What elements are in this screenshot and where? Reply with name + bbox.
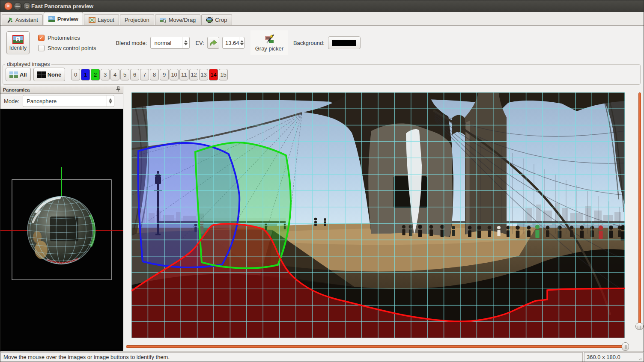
all-label: All [20,71,27,78]
identify-icon: 1 [12,35,24,44]
background-color-button[interactable] [328,36,361,49]
image-button-14[interactable]: 14 [209,69,218,80]
pitch-slider-handle[interactable] [635,323,644,330]
tab-projection[interactable]: Projection [120,14,154,25]
status-message: Move the mouse over the images or image … [1,352,583,362]
ev-spinner[interactable]: 13.64 [222,37,244,49]
tab-assistant[interactable]: Assistant [2,14,43,25]
image-button-15[interactable]: 15 [219,69,228,80]
image-button-13[interactable]: 13 [199,69,208,80]
show-control-points-checkbox-row[interactable]: ✓ Show control points [38,45,96,51]
identify-label: Identify [9,45,27,51]
photometrics-label: Photometrics [48,35,80,41]
show-all-button[interactable]: All [6,68,31,81]
show-control-points-checkbox[interactable]: ✓ [38,45,45,51]
blend-mode-label: Blend mode: [116,40,147,46]
toolbar: 1 Identify ✓ Photometrics ✓ Show control… [0,26,644,60]
yaw-slider[interactable] [126,342,633,351]
show-none-button[interactable]: None [33,68,66,81]
dropdown-arrows-icon [107,95,114,107]
photometrics-checkbox[interactable]: ✓ [38,35,45,41]
gray-picker-label: Gray picker [255,45,283,52]
tab-label: Layout [98,17,114,23]
crop-icon [206,17,213,23]
tab-preview[interactable]: GL Preview [44,12,83,25]
tab-label: Move/Drag [169,17,196,23]
tab-label: Assistant [15,17,38,23]
minimize-button[interactable]: — [14,2,22,10]
ev-reset-button[interactable] [207,37,219,49]
ev-value: 13.64 [223,40,239,46]
panosphere-panel: Panoramica Mode: Panosphere [0,86,123,351]
photometrics-checkbox-row[interactable]: ✓ Photometrics [38,35,96,41]
status-bar: Move the mouse over the images or image … [0,351,644,362]
panosphere-3d-view [0,109,123,350]
pitch-slider[interactable] [635,92,644,331]
displayed-images-section: displayed images All None 01234567891011… [0,60,644,86]
image-buttons: 0123456789101112131415 [71,69,228,80]
preview-panel [123,86,644,351]
window-title: Fast Panorama preview [31,3,93,9]
image-button-10[interactable]: 10 [170,69,179,80]
image-button-4[interactable]: 4 [110,69,119,80]
image-button-3[interactable]: 3 [101,69,110,80]
image-button-1[interactable]: 1 [81,69,90,80]
mode-label: Mode: [4,98,19,104]
image-button-2[interactable]: 2 [91,69,100,80]
background-color-swatch [332,40,356,46]
move-drag-icon [160,17,167,23]
gray-picker-icon [264,34,274,45]
image-button-5[interactable]: 5 [120,69,129,80]
tab-label: Projection [125,17,149,23]
app-window: ✕ — ▢ Fast Panorama preview Assistant GL… [0,0,644,362]
image-button-0[interactable]: 0 [71,69,80,80]
show-control-points-label: Show control points [48,45,96,51]
none-label: None [48,71,62,78]
bridge-column-right [465,93,507,234]
tab-crop[interactable]: Crop [201,14,232,25]
panorama-canvas[interactable] [131,92,625,338]
panosphere-viewport[interactable] [0,109,123,351]
tab-label: Preview [57,16,78,22]
tab-layout[interactable]: Layout [84,14,119,25]
image-button-6[interactable]: 6 [130,69,139,80]
image-button-12[interactable]: 12 [189,69,198,80]
all-images-icon [9,71,18,78]
pano-dimensions-value: 360.0 x 180.0 [587,354,620,360]
svg-text:GL: GL [49,17,53,19]
gray-picker-button[interactable]: Gray picker [250,30,288,55]
mode-select[interactable]: Panosphere [23,95,114,107]
yaw-slider-track[interactable] [126,345,629,348]
image-button-9[interactable]: 9 [160,69,169,80]
green-arrow-icon [209,39,218,46]
dropdown-arrows-icon [182,37,189,48]
pitch-slider-track[interactable] [638,92,641,326]
assistant-icon [6,17,13,23]
image-button-11[interactable]: 11 [179,69,188,80]
displayed-images-group: All None 0123456789101112131415 [3,64,641,85]
content: Panoramica Mode: Panosphere [0,86,644,351]
preview-icon: GL [48,16,55,22]
tab-bar: Assistant GL Preview Layout Projection M… [0,12,644,26]
titlebar: ✕ — ▢ Fast Panorama preview [0,0,644,12]
resize-grip[interactable] [638,356,642,361]
blend-mode-value: normal [151,40,182,46]
layout-icon [89,17,95,23]
none-images-icon [37,71,46,78]
yaw-slider-handle[interactable] [622,342,629,351]
mode-row: Mode: Panosphere [0,94,123,109]
close-button[interactable]: ✕ [4,2,12,10]
spinner-arrows-icon [239,37,244,48]
maximize-button[interactable]: ▢ [23,2,31,10]
ev-label: EV: [195,40,204,46]
image-button-8[interactable]: 8 [150,69,159,80]
blend-mode-select[interactable]: normal [150,37,190,49]
panosphere-panel-header: Panoramica [0,86,123,94]
identify-button[interactable]: 1 Identify [6,31,30,54]
background-label: Background: [293,40,325,46]
pano-dimensions: 360.0 x 180.0 [584,352,643,362]
displayed-images-label: displayed images [5,61,51,67]
tab-move-drag[interactable]: Move/Drag [155,14,201,25]
pin-icon[interactable] [116,86,120,93]
image-button-7[interactable]: 7 [140,69,149,80]
